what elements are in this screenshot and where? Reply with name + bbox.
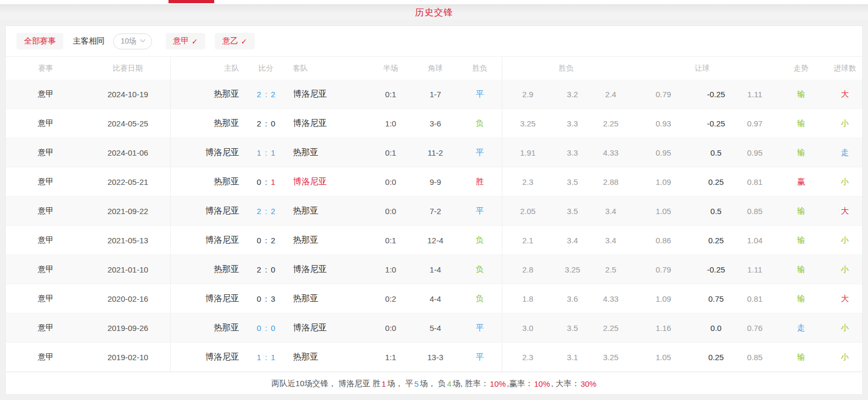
goals-cell: 大 (828, 294, 862, 304)
odds-draw: 3.6 (553, 294, 592, 303)
match-count-value: 10场 (121, 37, 137, 46)
summary-row: 两队近10场交锋， 博洛尼亚 胜 1 场， 平 5 场， 负 4 场, 胜率： … (6, 372, 862, 395)
trend-cell: 输 (774, 294, 828, 304)
odds-draw: 3.3 (553, 148, 592, 157)
summary-segment: 两队近10场交锋， 博洛尼亚 胜 (272, 379, 381, 389)
score-home: 2 (257, 265, 261, 274)
odds-home: 2.1 (502, 236, 553, 245)
summary-segment: 1 (382, 379, 386, 388)
date-cell: 2019-09-26 (86, 313, 171, 342)
check-icon: ✓ (192, 37, 198, 46)
header-halftime: 半场 (368, 64, 413, 73)
odds-draw: 3.1 (553, 353, 592, 362)
score-away: 1 (271, 148, 275, 157)
handicap-away-odds: 0.85 (735, 353, 774, 362)
score-cell: 1:1 (243, 148, 289, 157)
odds-draw: 3.5 (553, 177, 592, 186)
score-separator: : (265, 265, 267, 274)
goals-cell: 小 (828, 177, 862, 187)
handicap-away-odds: 0.85 (735, 207, 774, 216)
away-team: 热那亚 (289, 293, 368, 304)
goals-cell: 大 (828, 206, 862, 216)
corner-cell: 1-4 (413, 265, 458, 274)
summary-segment: 4 (447, 379, 451, 388)
score-home: 2 (257, 90, 261, 99)
odds-draw: 3.3 (553, 119, 592, 128)
table-row: 意甲 2024-10-19 热那亚 2:2 博洛尼亚 0:1 1-7 平 2.9… (6, 80, 862, 109)
trend-cell: 输 (774, 352, 828, 362)
league-cell: 意甲 (6, 235, 86, 245)
score-cell: 2:0 (243, 265, 289, 274)
goals-cell: 走 (828, 148, 862, 158)
table-row: 意甲 2021-01-10 热那亚 2:0 博洛尼亚 1:0 1-4 负 2.8… (6, 255, 862, 284)
page-title: 历史交锋 (415, 6, 453, 19)
filter-bar: 全部赛事 主客相同 10场 意甲 ✓ 意乙 ✓ (6, 26, 862, 57)
handicap-home-odds: 0.93 (630, 119, 697, 128)
score-home: 2 (257, 207, 261, 216)
result-cell: 负 (458, 109, 502, 138)
date-cell: 2019-02-10 (86, 343, 171, 371)
odds-away: 2.25 (592, 119, 630, 128)
table-row: 意甲 2024-05-25 热那亚 2:0 博洛尼亚 1:0 3-6 负 3.2… (6, 109, 862, 138)
score-away: 1 (271, 177, 275, 186)
summary-segment: 5 (414, 379, 418, 388)
table-row: 意甲 2019-09-26 热那亚 0:0 博洛尼亚 0:0 5-4 平 3.0… (6, 313, 862, 343)
odds-away: 2.25 (592, 324, 630, 333)
match-count-dropdown[interactable]: 10场 (113, 33, 152, 49)
odds-home: 1.8 (502, 294, 553, 303)
trend-cell: 输 (774, 206, 828, 216)
handicap-home-odds: 1.09 (630, 177, 697, 186)
trend-cell: 输 (774, 118, 828, 129)
league-cell: 意甲 (6, 323, 86, 333)
trend-cell: 输 (774, 235, 828, 245)
odds-away: 3.25 (592, 353, 630, 362)
all-events-filter-button[interactable]: 全部赛事 (16, 33, 63, 49)
table-row: 意甲 2021-05-13 博洛尼亚 0:2 热那亚 0:1 12-4 负 2.… (6, 226, 862, 255)
active-tab-indicator[interactable] (168, 0, 214, 3)
score-cell: 2:0 (243, 119, 289, 128)
score-away: 0 (271, 265, 275, 274)
handicap-home-odds: 1.05 (630, 353, 697, 362)
score-separator: : (265, 207, 267, 216)
score-home: 0 (257, 294, 261, 303)
serie-a-label: 意甲 (173, 36, 189, 46)
score-separator: : (265, 119, 267, 128)
league-cell: 意甲 (6, 294, 86, 304)
serie-b-filter-button[interactable]: 意乙 ✓ (215, 33, 255, 49)
date-cell: 2020-02-16 (86, 284, 171, 313)
home-away-same-label[interactable]: 主客相同 (73, 36, 105, 46)
odds-away: 2.5 (592, 265, 630, 274)
score-cell: 2:2 (243, 90, 289, 99)
date-cell: 2022-05-21 (86, 167, 171, 196)
league-cell: 意甲 (6, 118, 86, 129)
home-team: 博洛尼亚 (171, 147, 243, 158)
header-score: 比分 (243, 64, 289, 73)
score-home: 1 (257, 148, 261, 157)
handicap-line: 0.25 (697, 353, 735, 362)
away-team: 热那亚 (289, 352, 368, 363)
score-separator: : (265, 324, 267, 333)
handicap-home-odds: 0.95 (630, 148, 697, 157)
table-row: 意甲 2022-05-21 热那亚 0:1 博洛尼亚 0:0 9-9 胜 2.3… (6, 167, 862, 197)
odds-home: 2.8 (502, 265, 553, 274)
odds-home: 2.3 (502, 177, 553, 186)
serie-a-filter-button[interactable]: 意甲 ✓ (166, 33, 206, 49)
score-separator: : (265, 90, 267, 99)
home-team: 热那亚 (171, 322, 243, 334)
summary-segment: 10% (490, 379, 506, 388)
goals-cell: 大 (828, 89, 862, 99)
odds-away: 3.4 (592, 207, 630, 216)
halftime-cell: 1:1 (368, 353, 413, 362)
halftime-cell: 0:1 (368, 90, 413, 99)
home-team: 热那亚 (171, 118, 243, 129)
handicap-line: -0.25 (697, 119, 735, 128)
result-cell: 平 (458, 138, 502, 167)
handicap-line: 0.25 (697, 177, 735, 186)
away-team: 博洛尼亚 (289, 89, 368, 100)
score-cell: 0:1 (243, 177, 289, 186)
odds-home: 3.25 (502, 119, 553, 128)
result-cell: 胜 (458, 167, 502, 196)
handicap-line: 0.75 (697, 294, 735, 303)
table-row: 意甲 2021-09-22 博洛尼亚 2:2 热那亚 0:0 7-2 平 2.0… (6, 197, 862, 226)
score-home: 1 (257, 353, 261, 362)
